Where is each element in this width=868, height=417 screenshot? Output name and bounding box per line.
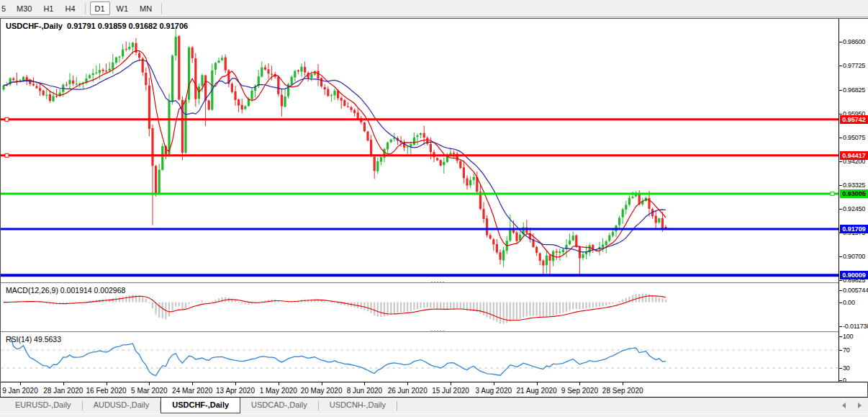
date-tick [579,382,580,385]
date-axis-label: 20 May 2020 [301,387,343,395]
date-axis-label: 13 Apr 2020 [216,387,255,395]
price-axis-label: 0.95075 [843,134,865,141]
hline-handle[interactable] [5,153,9,157]
separator-grip-dot [434,331,435,332]
candle[interactable] [155,165,157,197]
macd-axis-label: 0.005744 [843,287,868,294]
candle[interactable] [161,143,163,171]
chart-plot-area[interactable] [1,19,838,382]
toolbar-separator [85,3,86,14]
date-tick [192,382,193,385]
hline-handle[interactable] [5,117,9,121]
date-tick [407,382,408,385]
timeframe-button-mn[interactable]: MN [135,1,157,15]
axis-tick [839,256,842,257]
chart-tab-audusd[interactable]: AUDUSD-,Daily [83,398,161,413]
separator-grip-dot [431,282,433,283]
rsi-axis-label: 30 [843,364,850,372]
date-tick [322,382,322,385]
chart-tab-usdchf[interactable]: USDCHF-,Daily [161,398,240,413]
chart-tabs: EURUSD-,DailyAUDUSD-,DailyUSDCHF-,DailyU… [4,398,397,413]
timeframe-button-h1[interactable]: H1 [38,1,58,15]
date-axis-label: 16 Feb 2020 [86,387,127,395]
candle[interactable] [211,64,213,111]
rsi-axis-label: 100 [843,333,853,340]
timeframe-button-5[interactable]: 5 [1,1,10,15]
price-axis-label: 0.98600 [843,38,865,45]
chart-tab-usdcnh[interactable]: USDCNH-,Daily [319,398,397,413]
candle[interactable] [194,53,196,107]
timeframe-button-w1[interactable]: W1 [112,1,134,15]
candle[interactable] [486,215,488,238]
tab-scroll-left-icon[interactable] [839,401,848,410]
candle[interactable] [277,76,279,97]
chart-window[interactable]: USDCHF-,Daily 0.91791 0.91859 0.91682 0.… [0,18,868,397]
axis-tick [839,326,842,327]
date-axis-label: 8 Jun 2020 [347,387,383,395]
date-axis-label: 26 Jun 2020 [388,387,428,395]
axis-tick [839,161,842,162]
separator-grip-dot [434,282,435,283]
date-tick [537,382,538,385]
axis-tick [839,42,842,42]
candle[interactable] [320,77,322,88]
candle[interactable] [287,83,289,99]
axis-tick [839,90,842,91]
axis-tick [839,114,842,115]
candle[interactable] [171,55,173,104]
chart-tab-eurusd[interactable]: EURUSD-,Daily [4,398,82,413]
candle[interactable] [148,78,150,136]
hline-handle[interactable] [831,192,834,196]
candle[interactable] [440,159,442,166]
date-tick [451,382,451,385]
price-badge: 0.91709 [840,225,868,233]
date-tick [20,382,21,385]
timeframe-button-d1[interactable]: D1 [90,1,110,15]
date-axis-label: 21 Aug 2020 [517,387,557,395]
axis-tick [839,336,842,337]
candle[interactable] [363,122,366,133]
axis-tick [839,209,842,210]
separator-grip-dot [440,331,441,332]
price-axis[interactable]: 0.986000.977250.968250.959500.950750.942… [838,19,868,382]
axis-tick [839,350,842,351]
axis-tick [839,280,842,281]
candle[interactable] [178,35,180,101]
chart-tab-usdcad[interactable]: USDCAD-,Daily [240,398,318,413]
separator-grip-dot [440,282,441,283]
candle[interactable] [188,46,190,103]
trading-app-window: 5M30H1H4D1W1MN USDCHF-,Daily 0.91791 0.9… [0,0,868,417]
axis-tick [839,66,842,66]
timeframe-button-m30[interactable]: M30 [12,1,37,15]
axis-tick [839,302,842,303]
date-tick [235,382,236,385]
separator-grip-dot [431,331,433,332]
axis-tick [839,368,842,369]
price-axis-label: 0.93325 [843,181,865,189]
axis-tick [839,380,842,381]
date-tick [279,382,279,385]
date-axis-label: 5 Mar 2020 [131,387,168,395]
candle[interactable] [366,130,369,141]
chart-background [1,19,838,382]
date-tick [623,382,623,385]
price-chart-svg[interactable] [1,19,838,382]
separator-grip-dot [437,331,438,332]
date-axis-label: 28 Jan 2020 [43,387,83,395]
timeframe-button-h4[interactable]: H4 [60,1,80,15]
date-axis[interactable]: 9 Jan 202028 Jan 202016 Feb 20205 Mar 20… [1,382,867,397]
rsi-axis-label: 70 [843,346,850,354]
price-axis-label: 0.96825 [843,86,865,94]
macd-axis-label: 0.00 [843,299,855,306]
candle[interactable] [184,98,186,154]
price-badge: 0.95742 [840,115,868,124]
tab-scroll-right-icon[interactable] [855,401,864,410]
toolbar-separator [161,3,162,14]
candle[interactable] [208,99,210,110]
price-badge: 0.93005 [840,189,868,198]
price-axis-label: 0.90700 [843,253,865,260]
date-axis-label: 24 Mar 2020 [172,387,212,395]
price-badge: 0.90009 [840,271,868,279]
candle[interactable] [343,99,345,107]
date-tick [364,382,365,385]
